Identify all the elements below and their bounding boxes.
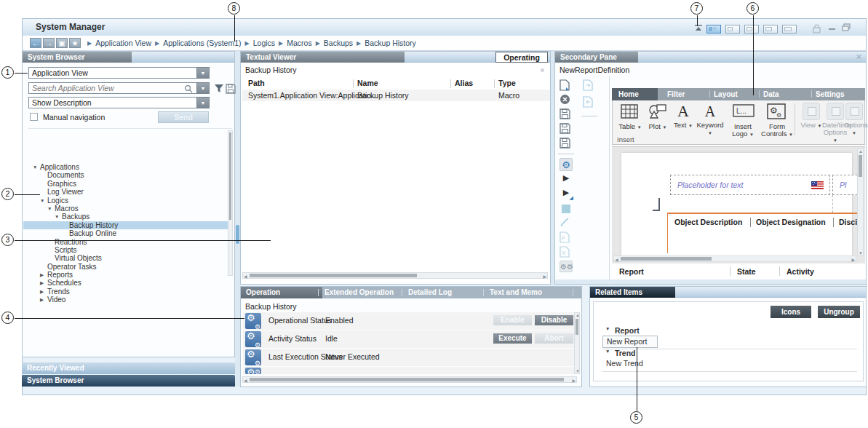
scroll-left-icon[interactable]: ◀ xyxy=(244,274,247,279)
related-group-trend[interactable]: ▼ Trend xyxy=(605,349,636,357)
chevron-down-icon[interactable]: ▼ xyxy=(196,82,210,94)
breadcrumb-item-application-view[interactable]: Application View xyxy=(95,39,151,47)
scroll-down-icon[interactable]: ▼ xyxy=(576,369,580,373)
layout-left-wide[interactable] xyxy=(725,25,740,33)
import-icon[interactable] xyxy=(583,96,596,109)
related-item-new-trend[interactable]: New Trend xyxy=(602,358,647,368)
ribbon-button-options[interactable]: Options ▼ xyxy=(844,103,864,137)
tab-operating[interactable]: Operating xyxy=(495,52,548,63)
column-header-type[interactable]: Type xyxy=(498,79,516,87)
save-all-icon[interactable] xyxy=(560,138,573,151)
ribbon-tab-settings[interactable]: Settings xyxy=(816,88,844,100)
layout-single-with-header[interactable] xyxy=(744,25,759,33)
search-input[interactable] xyxy=(29,83,209,93)
breadcrumb-item-applications-system1[interactable]: Applications (System1) xyxy=(163,39,241,47)
textual-viewer-hscrollbar[interactable]: ◀ ▶ xyxy=(242,272,548,279)
scroll-up-icon[interactable]: ▲ xyxy=(576,313,580,317)
layout-three-columns[interactable] xyxy=(706,25,721,33)
ribbon-button-view[interactable]: View ▼ xyxy=(800,103,822,130)
breadcrumb-item-backups[interactable]: Backups xyxy=(324,39,353,47)
chevron-down-icon[interactable]: ▼ xyxy=(196,97,210,108)
column-header-path[interactable]: Path xyxy=(248,79,265,87)
list-column-state[interactable]: State xyxy=(737,267,756,276)
stop-icon[interactable] xyxy=(560,202,573,215)
restore-icon[interactable] xyxy=(842,23,851,31)
run-options-icon[interactable]: ▶◢ xyxy=(560,188,573,201)
delete-icon[interactable] xyxy=(560,94,573,107)
tree-item-schedules[interactable]: ▶Schedules xyxy=(23,279,229,287)
tree-item-macros[interactable]: ▼Macros xyxy=(23,205,229,213)
tree-item-reports[interactable]: ▶Reports xyxy=(23,271,229,279)
tree-item-graphics[interactable]: Graphics xyxy=(23,180,229,188)
text-placeholder[interactable]: Placeholder for text xyxy=(670,175,830,195)
tree-item-log-viewer[interactable]: Log Viewer xyxy=(23,188,229,196)
vertical-splitter[interactable] xyxy=(235,51,240,387)
breadcrumb-item-macros[interactable]: Macros xyxy=(287,39,311,47)
export-excel-icon[interactable]: X xyxy=(560,246,573,259)
filter-icon[interactable] xyxy=(214,84,226,95)
tab-extended-operation[interactable]: Extended Operation xyxy=(324,287,394,298)
tree-scrollbar-thumb[interactable] xyxy=(229,132,231,220)
disable-button[interactable]: Disable xyxy=(535,315,573,325)
tree-item-logics[interactable]: ▼Logics xyxy=(23,197,229,205)
expanded-arrow-icon[interactable]: ▼ xyxy=(605,326,613,331)
ribbon-tab-layout[interactable]: Layout xyxy=(714,88,738,100)
ribbon-button-insert-logo[interactable]: L...Insert Logo ▼ xyxy=(728,103,758,138)
lock-icon[interactable] xyxy=(813,24,821,33)
magnifier-icon[interactable] xyxy=(184,84,193,93)
recently-viewed-bar[interactable]: Recently Viewed xyxy=(22,362,235,374)
breadcrumb-item-logics[interactable]: Logics xyxy=(253,39,275,47)
canvas-hscrollbar[interactable]: ◀ ▶ xyxy=(613,255,856,262)
scroll-right-icon[interactable]: ▶ xyxy=(543,274,546,279)
scroll-down-icon[interactable]: ▼ xyxy=(859,251,863,255)
tree-item-backup-online[interactable]: Backup Online xyxy=(23,229,229,237)
tree-item-applications[interactable]: ▼Applications xyxy=(23,163,229,171)
collapsed-arrow-icon[interactable]: ▶ xyxy=(40,279,47,287)
save-as-icon[interactable]: ... xyxy=(560,123,573,136)
expanded-arrow-icon[interactable]: ▼ xyxy=(47,205,55,213)
export-pdf-icon[interactable]: P xyxy=(560,231,573,245)
ribbon-button-form-controls[interactable]: ⚙⚙Form Controls ▼ xyxy=(760,103,795,138)
back-arrow-icon[interactable]: ← xyxy=(30,38,41,48)
collapsed-arrow-icon[interactable]: ▶ xyxy=(40,296,47,304)
display-mode-combo[interactable]: Show Description ▼ xyxy=(28,97,210,108)
splitter-handle[interactable] xyxy=(236,225,239,244)
tree-item-scripts[interactable]: Scripts xyxy=(23,246,229,254)
scrollbar-thumb[interactable] xyxy=(250,274,417,277)
canvas-vscrollbar[interactable]: ▲ ▼ xyxy=(857,148,864,256)
tree-scrollbar[interactable] xyxy=(228,130,233,276)
column-header-name[interactable]: Name xyxy=(357,79,378,87)
save-filter-icon[interactable] xyxy=(226,84,237,95)
breadcrumb-item-backup-history[interactable]: Backup History xyxy=(365,39,416,47)
manual-navigation-checkbox[interactable] xyxy=(30,113,38,121)
scrollbar-thumb[interactable] xyxy=(576,319,578,335)
operation-vscrollbar[interactable]: ▲ ▼ xyxy=(574,312,580,374)
tree-item-backups[interactable]: ▼Backups xyxy=(23,213,229,221)
scroll-right-icon[interactable]: ▶ xyxy=(851,257,855,262)
sign-icon[interactable] xyxy=(560,217,573,230)
close-icon[interactable]: ✕ xyxy=(856,52,862,62)
expanded-arrow-icon[interactable]: ▼ xyxy=(55,213,62,221)
tree-item-documents[interactable]: Documents xyxy=(23,171,229,179)
system-browser-bar[interactable]: System Browser xyxy=(22,375,235,387)
ungroup-button[interactable]: Ungroup xyxy=(818,306,860,318)
collapse-panel-icon[interactable] xyxy=(694,25,703,31)
new-report-icon[interactable] xyxy=(560,79,573,92)
column-header-alias[interactable]: Alias xyxy=(455,79,473,87)
ribbon-button-text[interactable]: AText ▼ xyxy=(672,103,694,130)
ribbon-tab-data[interactable]: Data xyxy=(763,88,779,100)
scroll-left-icon[interactable]: ◀ xyxy=(615,257,618,262)
tab-operation[interactable]: Operation xyxy=(241,287,322,298)
tab-text-and-memo[interactable]: Text and Memo xyxy=(490,287,542,298)
execute-button[interactable]: Execute xyxy=(493,333,532,344)
layout-single[interactable] xyxy=(782,25,797,33)
tree-item-reactions[interactable]: Reactions xyxy=(23,238,229,246)
forward-arrow-icon[interactable]: → xyxy=(43,38,55,48)
scroll-up-icon[interactable]: ▲ xyxy=(859,149,863,154)
list-column-activity[interactable]: Activity xyxy=(787,267,814,276)
save-icon[interactable] xyxy=(560,108,573,122)
display-history-icon[interactable]: ▣ xyxy=(56,38,68,48)
expanded-arrow-icon[interactable]: ▼ xyxy=(40,197,47,205)
ribbon-button-plot[interactable]: Plot ▼ xyxy=(645,103,671,131)
send-button[interactable]: Send xyxy=(158,111,209,123)
